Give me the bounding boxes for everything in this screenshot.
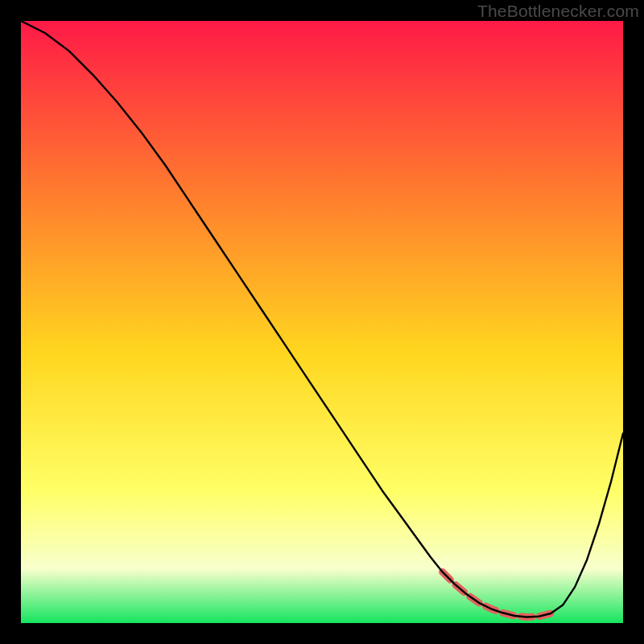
gradient-background (21, 21, 623, 623)
bottleneck-chart (21, 21, 623, 623)
watermark-text: TheBottleneсker.com (477, 2, 639, 21)
chart-frame (21, 21, 623, 623)
